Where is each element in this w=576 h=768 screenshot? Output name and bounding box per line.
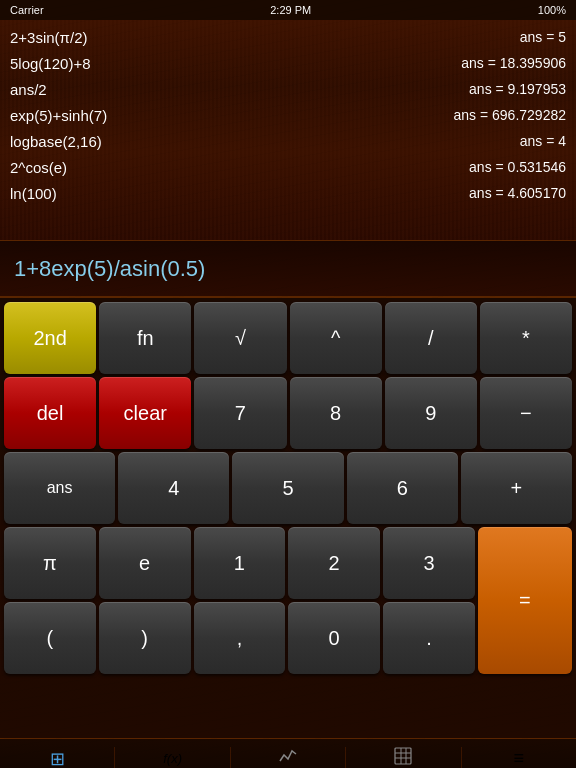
history-expr: logbase(2,16) <box>10 133 510 150</box>
history-expr: exp(5)+sinh(7) <box>10 107 444 124</box>
key-1[interactable]: 1 <box>194 527 286 599</box>
key-4[interactable]: 4 <box>118 452 229 524</box>
history-area: 2+3sin(π/2)ans = 55log(120)+8ans = 18.39… <box>0 20 576 240</box>
key-row-5: ( ) , 0 . <box>4 602 475 674</box>
key-e[interactable]: e <box>99 527 191 599</box>
tab-table[interactable]: Table <box>346 739 460 768</box>
key-power[interactable]: ^ <box>290 302 382 374</box>
key-0[interactable]: 0 <box>288 602 380 674</box>
key-row-2: del clear 7 8 9 − <box>4 377 572 449</box>
key-ans[interactable]: ans <box>4 452 115 524</box>
key-multiply[interactable]: * <box>480 302 572 374</box>
tab-functions[interactable]: f(x) Functions <box>115 739 229 768</box>
history-expr: 5log(120)+8 <box>10 55 451 72</box>
key-sqrt[interactable]: √ <box>194 302 286 374</box>
status-bar: Carrier 2:29 PM 100% <box>0 0 576 20</box>
history-row: 2^cos(e)ans = 0.531546 <box>10 158 566 184</box>
key-3[interactable]: 3 <box>383 527 475 599</box>
history-expr: ans/2 <box>10 81 459 98</box>
key-comma[interactable]: , <box>194 602 286 674</box>
history-expr: 2+3sin(π/2) <box>10 29 510 46</box>
key-row-3: ans 4 5 6 + <box>4 452 572 524</box>
input-expression: 1+8exp(5)/asin(0.5) <box>14 256 205 282</box>
key-del[interactable]: del <box>4 377 96 449</box>
key-row-1: 2nd fn √ ^ / * <box>4 302 572 374</box>
time-label: 2:29 PM <box>270 4 311 16</box>
tab-more[interactable]: ≡ More <box>462 739 576 768</box>
key-6[interactable]: 6 <box>347 452 458 524</box>
history-row: ln(100)ans = 4.605170 <box>10 184 566 210</box>
history-row: ans/2ans = 9.197953 <box>10 80 566 106</box>
history-ans: ans = 18.395906 <box>451 55 566 71</box>
battery-label: 100% <box>538 4 566 16</box>
history-expr: 2^cos(e) <box>10 159 459 176</box>
more-icon: ≡ <box>514 748 525 768</box>
key-col-left: π e 1 2 3 ( ) , 0 . <box>4 527 475 674</box>
functions-icon: f(x) <box>163 751 182 766</box>
key-row-4: π e 1 2 3 <box>4 527 475 599</box>
history-row: 5log(120)+8ans = 18.395906 <box>10 54 566 80</box>
history-row: exp(5)+sinh(7)ans = 696.729282 <box>10 106 566 132</box>
tab-bar: ⊞ Calculator f(x) Functions Graph Table <box>0 738 576 768</box>
history-ans: ans = 5 <box>510 29 566 45</box>
tab-calculator[interactable]: ⊞ Calculator <box>0 739 114 768</box>
key-col-right-equals: = <box>478 527 572 674</box>
key-equals[interactable]: = <box>478 527 572 674</box>
history-ans: ans = 9.197953 <box>459 81 566 97</box>
key-divide[interactable]: / <box>385 302 477 374</box>
keypad: 2nd fn √ ^ / * del clear 7 8 9 − ans 4 5… <box>0 298 576 738</box>
key-5[interactable]: 5 <box>232 452 343 524</box>
tab-graph[interactable]: Graph <box>231 739 345 768</box>
key-7[interactable]: 7 <box>194 377 286 449</box>
key-fn[interactable]: fn <box>99 302 191 374</box>
history-expr: ln(100) <box>10 185 459 202</box>
key-rows-4-5: π e 1 2 3 ( ) , 0 . = <box>4 527 572 674</box>
history-row: 2+3sin(π/2)ans = 5 <box>10 28 566 54</box>
history-row: logbase(2,16)ans = 4 <box>10 132 566 158</box>
key-open-paren[interactable]: ( <box>4 602 96 674</box>
history-ans: ans = 4 <box>510 133 566 149</box>
history-ans: ans = 4.605170 <box>459 185 566 201</box>
history-ans: ans = 696.729282 <box>444 107 567 123</box>
key-pi[interactable]: π <box>4 527 96 599</box>
key-2[interactable]: 2 <box>288 527 380 599</box>
key-2nd[interactable]: 2nd <box>4 302 96 374</box>
carrier-label: Carrier <box>10 4 44 16</box>
key-close-paren[interactable]: ) <box>99 602 191 674</box>
history-ans: ans = 0.531546 <box>459 159 566 175</box>
key-decimal[interactable]: . <box>383 602 475 674</box>
input-display: 1+8exp(5)/asin(0.5) <box>0 240 576 298</box>
table-icon <box>394 747 412 768</box>
calculator-icon: ⊞ <box>50 748 65 769</box>
key-9[interactable]: 9 <box>385 377 477 449</box>
key-clear[interactable]: clear <box>99 377 191 449</box>
key-subtract[interactable]: − <box>480 377 572 449</box>
key-add[interactable]: + <box>461 452 572 524</box>
graph-icon <box>278 747 298 768</box>
svg-rect-0 <box>395 748 411 764</box>
key-8[interactable]: 8 <box>290 377 382 449</box>
